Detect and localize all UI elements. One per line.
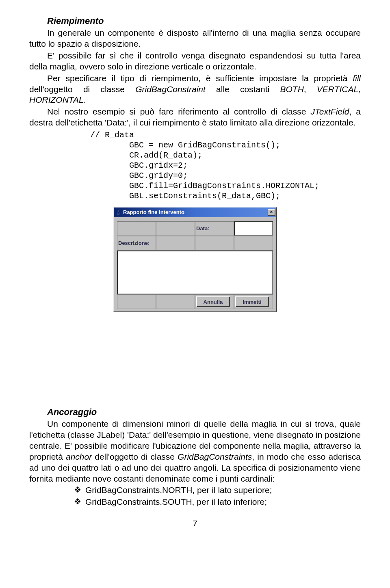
close-button[interactable]: × <box>268 209 275 216</box>
text: , <box>304 84 317 94</box>
italic-class: GridBagConstraint <box>135 84 206 94</box>
button-cell-annulla: Annulla <box>195 294 234 309</box>
text: Per specificare il tipo di riempimento, … <box>47 74 353 83</box>
java-window: Rapporto fine intervento × Data: Descriz… <box>113 207 277 312</box>
code-line: GBC.gridy=0; <box>90 171 188 180</box>
bullet-icon: ❖ <box>74 497 81 506</box>
code-line: GBC.fill=GridBagConstraints.HORIZONTAL; <box>90 181 319 190</box>
button-cell-immetti: Immetti <box>234 294 273 309</box>
grid-cell-empty <box>195 236 234 251</box>
grid-cell-empty <box>234 236 273 251</box>
text: . <box>84 95 86 104</box>
code-line: CR.add(R_data); <box>90 151 202 160</box>
bullet-icon: ❖ <box>74 485 81 495</box>
italic-fill: fill <box>353 74 361 83</box>
code-block: // R_data GBC = new GridBagConstraints()… <box>90 130 361 201</box>
text: alle costanti <box>206 84 280 94</box>
input-data[interactable] <box>234 221 273 236</box>
section-heading-riempimento: Riempimento <box>29 15 361 27</box>
java-icon <box>115 209 121 216</box>
section-heading-ancoraggio: Ancoraggio <box>29 406 361 418</box>
code-line: GBC = new GridBagConstraints(); <box>90 141 280 150</box>
paragraph: Nel nostro esempio si può fare riferimen… <box>29 106 361 128</box>
grid-cell-empty <box>156 221 195 236</box>
spacer <box>29 317 361 406</box>
grid-cell-empty <box>117 294 156 309</box>
grid-cell-empty <box>156 236 195 251</box>
italic-anchor: anchor <box>66 452 92 461</box>
text: dell'oggetto di classe <box>92 452 178 461</box>
bullet-item: ❖ GridBagConstraints.SOUTH, per il lato … <box>74 497 361 508</box>
annulla-button[interactable]: Annulla <box>196 296 230 307</box>
code-line: GBL.setConstraints(R_data,GBC); <box>90 191 280 201</box>
grid-cell-empty <box>156 294 195 309</box>
immetti-button[interactable]: Immetti <box>235 296 269 307</box>
bullet-text: GridBagConstraints.NORTH, per il lato su… <box>85 485 272 496</box>
code-line: // R_data <box>90 130 134 140</box>
text: Nel nostro esempio si può fare riferimen… <box>47 107 310 116</box>
window-client-area: Data: Descrizione: Annulla Immetti <box>114 217 276 311</box>
code-line: GBC.gridx=2; <box>90 161 188 170</box>
italic-class: JTextField <box>310 107 349 116</box>
bullet-item: ❖ GridBagConstraints.NORTH, per il lato … <box>74 485 361 496</box>
text: E' possibile far sì che il controllo ven… <box>29 51 361 71</box>
label-data: Data: <box>195 221 234 236</box>
paragraph: In generale un componente è disposto all… <box>29 28 361 50</box>
paragraph: E' possibile far sì che il controllo ven… <box>29 50 361 72</box>
italic-const: BOTH <box>280 84 303 94</box>
gridbag-layout: Data: Descrizione: Annulla Immetti <box>117 221 273 309</box>
text: In generale un componente è disposto all… <box>29 28 361 48</box>
italic-const: HORIZONTAL <box>29 95 84 104</box>
bullet-list: ❖ GridBagConstraints.NORTH, per il lato … <box>74 485 361 508</box>
page-number: 7 <box>29 518 361 529</box>
italic-const: VERTICAL <box>317 84 358 94</box>
titlebar[interactable]: Rapporto fine intervento × <box>114 208 276 217</box>
paragraph: Per specificare il tipo di riempimento, … <box>29 73 361 106</box>
grid-cell-empty <box>117 221 156 236</box>
textarea-descrizione[interactable] <box>117 251 273 294</box>
text: , <box>358 84 361 94</box>
bullet-text: GridBagConstraints.SOUTH, per il lato in… <box>85 497 267 508</box>
paragraph: Un componente di dimensioni minori di qu… <box>29 419 361 484</box>
italic-class: GridBagConstraints <box>178 452 252 461</box>
text: dell'oggetto di classe <box>29 84 135 94</box>
label-descrizione: Descrizione: <box>117 236 156 251</box>
window-title: Rapporto fine intervento <box>123 209 268 216</box>
